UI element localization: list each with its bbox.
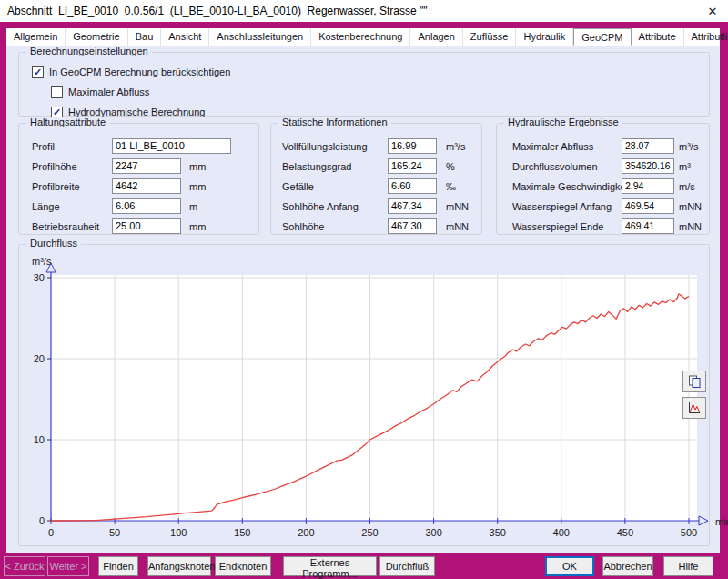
maximale-geschwindigkeit-field[interactable]: 2.94 <box>622 178 674 194</box>
weiter-button: Weiter > <box>47 556 89 576</box>
field-row: Länge 6.06 m <box>19 198 258 217</box>
dialog-content: Allgemein Geometrie Bau Ansicht Anschlus… <box>6 28 720 553</box>
zurueck-button: < Zurück <box>4 556 46 576</box>
field-unit: mm <box>189 181 206 192</box>
copy-chart-button[interactable] <box>682 371 706 392</box>
gefaelle-field[interactable]: 6.60 <box>388 178 437 194</box>
copy-icon <box>688 375 701 388</box>
field-row: Sohlhöhe Anfang 467.34 mNN <box>271 198 481 217</box>
hilfe-button[interactable]: Hilfe <box>663 556 713 576</box>
group-hydraulische-ergebnisse: Hydraulische Ergebnisse Maximaler Abflus… <box>496 123 710 235</box>
checkbox-label: Maximaler Abfluss <box>68 86 149 97</box>
field-row: Durchflussvolumen 354620.16 m³ <box>497 158 709 177</box>
group-durchfluss: Durchfluss 05010015020025030035040045050… <box>18 244 710 546</box>
field-unit: mNN <box>446 201 469 212</box>
maximaler-abfluss-checkbox[interactable] <box>51 86 63 98</box>
group-legend: Berechnungseinstellungen <box>26 46 152 56</box>
profilbreite-field[interactable]: 4642 <box>112 178 181 194</box>
tab-geometrie[interactable]: Geometrie <box>66 28 127 46</box>
tab-attribute[interactable]: Attribute <box>632 28 684 46</box>
y-tick-label: 20 <box>34 353 45 364</box>
x-tick-label: 350 <box>490 527 506 538</box>
group-statische-informationen: Statische Informationen Vollfüllungsleis… <box>270 123 482 235</box>
field-label: Wasserspiegel Ende <box>512 221 603 232</box>
field-unit: % <box>446 161 455 172</box>
externes-programm-button[interactable]: Externes Programm... <box>283 556 377 576</box>
field-label: Gefälle <box>282 181 314 192</box>
laenge-field[interactable]: 6.06 <box>112 198 181 214</box>
field-unit: mNN <box>679 221 702 232</box>
field-unit: ‰ <box>446 181 456 192</box>
anfangsknoten-button[interactable]: Anfangsknoten <box>147 556 211 576</box>
plot-area <box>51 275 697 521</box>
field-unit: m/s <box>679 181 695 192</box>
x-axis-arrow-icon <box>699 516 708 525</box>
y-axis-unit-label: m³/s <box>32 256 52 267</box>
tab-strip: Allgemein Geometrie Bau Ansicht Anschlus… <box>6 28 720 46</box>
vollfuellungsleistung-field[interactable]: 16.99 <box>388 138 437 154</box>
field-unit: m³ <box>679 161 691 172</box>
durchfluss-chart: 0501001502002503003504004505000102030m³/… <box>19 245 709 545</box>
field-label: Profilhöhe <box>32 161 77 172</box>
group-legend: Haltungsattribute <box>26 117 109 127</box>
field-row: Sohlhöhe 467.30 mNN <box>271 218 481 237</box>
x-tick-label: 200 <box>298 527 314 538</box>
field-unit: m³/s <box>679 141 698 152</box>
endknoten-button[interactable]: Endknoten <box>215 556 271 576</box>
group-haltungsattribute: Haltungsattribute Profil 01 LI_BE_0010 P… <box>18 123 259 235</box>
profilhoehe-field[interactable]: 2247 <box>112 158 181 174</box>
tab-zufluesse[interactable]: Zuflüsse <box>463 28 517 46</box>
y-tick-label: 30 <box>34 272 45 283</box>
checkbox-row: ✓ In GeoCPM Berechnung berücksichtigen <box>32 66 230 78</box>
field-unit: m <box>189 201 197 212</box>
field-label: Wasserspiegel Anfang <box>512 201 612 212</box>
field-label: Profilbreite <box>32 181 80 192</box>
geocpm-checkbox[interactable]: ✓ <box>32 66 44 78</box>
field-row: Wasserspiegel Ende 469.41 mNN <box>497 218 709 237</box>
field-row: Maximaler Abfluss 28.07 m³/s <box>497 138 709 157</box>
field-row: Gefälle 6.60 ‰ <box>271 178 481 197</box>
field-label: Maximaler Abfluss <box>512 141 593 152</box>
field-row: Maximale Geschwindigkeit 2.94 m/s <box>497 178 709 197</box>
field-unit: mm <box>189 161 206 172</box>
y-tick-label: 0 <box>39 515 45 526</box>
x-axis-unit-label: min <box>715 516 728 527</box>
tab-anschlussleitungen[interactable]: Anschlussleitungen <box>209 28 311 46</box>
wasserspiegel-ende-field[interactable]: 469.41 <box>622 218 674 234</box>
x-tick-label: 50 <box>109 527 120 538</box>
x-tick-label: 0 <box>48 527 54 538</box>
finden-button[interactable]: Finden <box>98 556 138 576</box>
tab-attributlisten[interactable]: Attributlisten <box>684 28 728 46</box>
tab-allgemein[interactable]: Allgemein <box>6 28 66 46</box>
tab-kostenberechnung[interactable]: Kostenberechnung <box>311 28 410 46</box>
close-icon[interactable]: ✕ <box>703 0 723 22</box>
durchfluss-button[interactable]: Durchfluß <box>379 556 435 576</box>
ok-button[interactable]: OK <box>545 556 594 576</box>
x-tick-label: 450 <box>617 527 633 538</box>
tab-bau[interactable]: Bau <box>128 28 162 46</box>
profil-field[interactable]: 01 LI_BE_0010 <box>112 138 231 154</box>
wasserspiegel-anfang-field[interactable]: 469.54 <box>622 198 674 214</box>
abbrechen-button[interactable]: Abbrechen <box>602 556 653 576</box>
field-unit: mNN <box>446 221 469 232</box>
abschnitt-dialog: Abschnitt LI_BE_0010 0.0.56/1 (LI_BE_001… <box>0 0 728 579</box>
tab-hydraulik[interactable]: Hydraulik <box>516 28 573 46</box>
geocpm-page: Berechnungseinstellungen ✓ In GeoCPM Ber… <box>6 46 720 553</box>
tab-geocpm[interactable]: GeoCPM <box>573 28 631 46</box>
field-row: Profil 01 LI_BE_0010 <box>19 138 258 157</box>
tab-anlagen[interactable]: Anlagen <box>410 28 462 46</box>
window-title: Abschnitt LI_BE_0010 0.0.56/1 (LI_BE_001… <box>7 5 427 17</box>
betriebsrauheit-field[interactable]: 25.00 <box>112 218 181 234</box>
maximaler-abfluss-field[interactable]: 28.07 <box>622 138 674 154</box>
belastungsgrad-field[interactable]: 165.24 <box>388 158 437 174</box>
tab-ansicht[interactable]: Ansicht <box>161 28 209 46</box>
field-label: Belastungsgrad <box>282 161 351 172</box>
curve-settings-button[interactable] <box>682 397 706 419</box>
x-tick-label: 300 <box>425 527 441 538</box>
field-row: Profilbreite 4642 mm <box>19 178 258 197</box>
sohlhoehe-field[interactable]: 467.30 <box>388 218 437 234</box>
x-tick-label: 500 <box>681 527 697 538</box>
x-tick-label: 150 <box>234 527 250 538</box>
durchflussvolumen-field[interactable]: 354620.16 <box>622 158 674 174</box>
sohlhoehe-anfang-field[interactable]: 467.34 <box>388 198 437 214</box>
